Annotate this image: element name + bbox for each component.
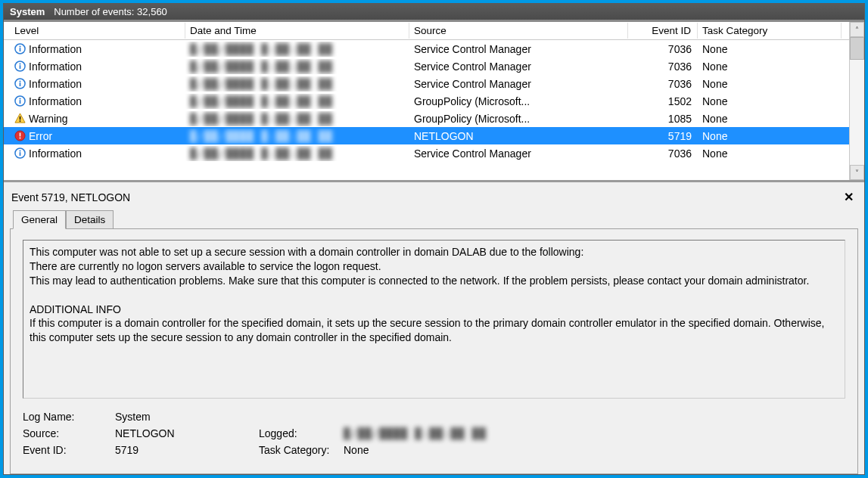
cell-task-category: None	[698, 129, 842, 144]
cell-datetime: █/██/████ █:██:██ ██	[185, 42, 409, 57]
cell-level: Warning	[10, 111, 185, 126]
event-description[interactable]: This computer was not able to set up a s…	[23, 240, 845, 399]
info-icon	[14, 61, 26, 72]
detail-header: Event 5719, NETLOGON ✕	[10, 187, 858, 210]
cell-task-category: None	[698, 76, 842, 92]
level-text: Warning	[29, 113, 68, 125]
lbl-task-category: Task Category:	[259, 444, 344, 456]
cell-source: Service Control Manager	[409, 59, 628, 74]
event-list-body[interactable]: Information█/██/████ █:██:██ ██Service C…	[4, 40, 864, 180]
scroll-down-button[interactable]: ˅	[850, 165, 864, 180]
close-detail-button[interactable]: ✕	[841, 190, 857, 204]
cell-event-id: 7036	[628, 59, 698, 74]
level-text: Information	[29, 147, 82, 160]
cell-task-category: None	[698, 94, 842, 109]
titlebar: System Number of events: 32,560	[4, 4, 864, 22]
col-source[interactable]: Source	[409, 23, 628, 39]
level-text: Information	[29, 78, 82, 90]
lbl-logged: Logged:	[259, 427, 344, 439]
info-icon	[14, 43, 26, 54]
cell-datetime: █/██/████ █:██:██ ██	[185, 76, 409, 92]
close-icon: ✕	[844, 191, 854, 203]
lbl-log-name: Log Name:	[23, 411, 115, 423]
event-count: Number of events: 32,560	[54, 6, 167, 17]
cell-source: NETLOGON	[409, 129, 628, 144]
table-row[interactable]: Information█/██/████ █:██:██ ██GroupPoli…	[4, 92, 864, 110]
cell-event-id: 1502	[628, 94, 698, 109]
cell-level: Error	[10, 129, 185, 144]
event-properties: Log Name: System Source: NETLOGON Logged…	[23, 411, 845, 456]
event-detail-panel: Event 5719, NETLOGON ✕ General Details T…	[4, 182, 864, 474]
datetime-text: █/██/████ █:██:██ ██	[190, 113, 333, 125]
log-title: System	[10, 6, 45, 17]
table-row[interactable]: Information█/██/████ █:██:██ ██Service C…	[4, 75, 864, 92]
cell-source: GroupPolicy (Microsoft...	[409, 111, 628, 126]
val-log-name: System	[115, 411, 259, 423]
level-text: Information	[29, 61, 82, 73]
tab-details[interactable]: Details	[66, 210, 114, 229]
chevron-up-icon: ˄	[855, 26, 859, 34]
level-text: Information	[29, 43, 82, 55]
col-datetime[interactable]: Date and Time	[185, 23, 409, 39]
event-list-panel: Level Date and Time Source Event ID Task…	[4, 22, 864, 182]
info-icon	[14, 95, 26, 107]
cell-source: GroupPolicy (Microsoft...	[409, 94, 628, 109]
cell-event-id: 7036	[628, 42, 698, 57]
cell-event-id: 1085	[628, 111, 698, 126]
detail-tabstrip: General Details	[10, 210, 858, 229]
scroll-track[interactable]	[850, 37, 864, 165]
col-level[interactable]: Level	[10, 23, 185, 39]
chevron-down-icon: ˅	[855, 169, 859, 177]
datetime-text: █/██/████ █:██:██ ██	[190, 130, 333, 142]
cell-datetime: █/██/████ █:██:██ ██	[185, 146, 409, 161]
cell-event-id: 7036	[628, 146, 698, 161]
val-task-category: None	[344, 444, 845, 456]
vertical-scrollbar[interactable]: ˄ ˅	[849, 22, 864, 180]
cell-datetime: █/██/████ █:██:██ ██	[185, 111, 409, 126]
cell-source: Service Control Manager	[409, 42, 628, 57]
tab-general[interactable]: General	[13, 210, 66, 229]
col-task-category[interactable]: Task Category	[698, 23, 842, 39]
table-row[interactable]: Information█/██/████ █:██:██ ██Service C…	[4, 144, 864, 162]
column-headers[interactable]: Level Date and Time Source Event ID Task…	[4, 22, 864, 40]
val-event-id: 5719	[115, 444, 259, 456]
cell-event-id: 7036	[628, 76, 698, 92]
cell-event-id: 5719	[628, 129, 698, 144]
event-viewer-window: System Number of events: 32,560 Level Da…	[3, 3, 865, 475]
datetime-text: █/██/████ █:██:██ ██	[190, 147, 333, 160]
tab-panel-general: This computer was not able to set up a s…	[10, 228, 858, 474]
cell-datetime: █/██/████ █:██:██ ██	[185, 94, 409, 109]
level-text: Error	[29, 130, 52, 142]
cell-level: Information	[10, 59, 185, 74]
scroll-up-button[interactable]: ˄	[850, 22, 864, 37]
val-logged: █/██/████ █:██:██ ██	[344, 427, 845, 439]
lbl-source: Source:	[23, 427, 115, 439]
col-event-id[interactable]: Event ID	[628, 23, 698, 39]
info-icon	[14, 147, 26, 159]
cell-level: Information	[10, 76, 185, 92]
val-source: NETLOGON	[115, 427, 259, 439]
info-icon	[14, 78, 26, 89]
cell-task-category: None	[698, 59, 842, 74]
warn-icon	[14, 113, 26, 124]
cell-level: Information	[10, 94, 185, 109]
table-row[interactable]: Information█/██/████ █:██:██ ██Service C…	[4, 57, 864, 75]
datetime-text: █/██/████ █:██:██ ██	[190, 43, 333, 55]
table-row[interactable]: Information█/██/████ █:██:██ ██Service C…	[4, 40, 864, 57]
detail-title: Event 5719, NETLOGON	[11, 191, 130, 203]
cell-source: Service Control Manager	[409, 76, 628, 92]
datetime-text: █/██/████ █:██:██ ██	[190, 61, 333, 73]
cell-source: Service Control Manager	[409, 146, 628, 161]
cell-datetime: █/██/████ █:██:██ ██	[185, 59, 409, 74]
table-row[interactable]: Error█/██/████ █:██:██ ██NETLOGON5719Non…	[4, 127, 864, 144]
level-text: Information	[29, 95, 82, 107]
scroll-thumb[interactable]	[850, 37, 864, 60]
cell-level: Information	[10, 146, 185, 161]
cell-task-category: None	[698, 146, 842, 161]
error-icon	[14, 130, 26, 141]
cell-task-category: None	[698, 42, 842, 57]
datetime-text: █/██/████ █:██:██ ██	[190, 78, 333, 90]
cell-level: Information	[10, 42, 185, 57]
table-row[interactable]: Warning█/██/████ █:██:██ ██GroupPolicy (…	[4, 110, 864, 127]
cell-task-category: None	[698, 111, 842, 126]
